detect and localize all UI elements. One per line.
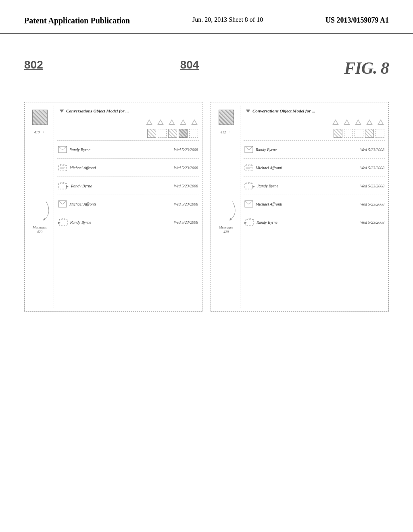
panel-804-messages-label: Messages429 [216,225,236,234]
figure-area: 802 804 FIG. 8 [24,58,389,78]
panel-804-right-col: Conversations Object Model for ... [244,106,385,308]
panel-802-divider-4 [57,213,199,213]
svg-rect-8 [59,220,67,225]
panel-804-mail-3 [244,182,255,189]
panel-804-date-5: Wed 5/23/2008 [360,220,384,224]
panel-804: 412 → Messages429 [211,102,389,312]
panel-804-triangle-icon [245,108,251,114]
panel-804-mail-5 [244,218,254,226]
panel-802-mail-1 [58,146,67,153]
svg-marker-10 [246,110,250,112]
header-publication-label: Patent Application Publication [24,16,130,25]
panel-802-row-4: Michael Affronti Wed 5/23/2008 [57,196,199,212]
ref-804: 804 [180,58,199,71]
panel-804-mail-1 [244,146,253,153]
panel-804-row-5: Randy Byrne Wed 5/23/2008 [244,214,385,230]
panel-802-row-1: Randy Byrne Wed 5/23/2008 [57,141,199,158]
panel-804-title: Conversations Object Model for ... [252,108,315,113]
panel-802-date-3: Wed 5/23/2008 [174,184,198,188]
panel-802-triangle-row [57,118,199,127]
panel-804-tri-4 [366,119,373,126]
panel-802-row-5: Randy Byrne Wed 5/23/2008 [57,214,199,230]
svg-marker-6 [66,185,69,188]
panel-802-date-5: Wed 5/23/2008 [174,220,198,224]
header-patent-number: US 2013/0159879 A1 [325,16,389,25]
panel-802-name-4: Michael Affronti [69,202,171,206]
panel-804-iconbox-3 [355,129,363,138]
svg-rect-2 [58,165,67,171]
panel-802-divider-1 [57,158,199,159]
svg-rect-5 [58,183,67,189]
panel-804-header: Conversations Object Model for ... [244,106,385,116]
panel-802-arrow-label: 410 [34,130,40,134]
panel-802-iconbox-2 [158,129,167,138]
header-date-sheet: Jun. 20, 2013 Sheet 8 of 10 [192,16,263,23]
panel-802-left-col: 410 → Messages420 [28,106,54,308]
panel-802-divider-3 [57,195,199,195]
panel-804-iconbox-4 [365,129,374,138]
panel-802-icon-boxes-row [57,127,199,139]
panel-804-name-2: Michael Affronti [256,166,358,170]
panel-804-curved-arrow-svg [216,200,236,224]
panel-804-tri-5 [377,119,384,126]
panel-802-mail-2 [58,164,67,171]
panel-802-folder-icon [32,110,48,125]
panel-804-iconbox-2 [344,129,353,138]
panel-802-name-2: Michael Affronti [69,166,171,170]
panel-802-arrow-area: 410 → [34,129,46,135]
panel-802-divider-2 [57,177,199,177]
panel-802-name-3: Randy Byrne [71,184,171,188]
panel-804-left-col: 412 → Messages429 [214,106,240,308]
panel-804-divider-0 [244,140,385,141]
panel-804-mail-2 [244,164,253,171]
panel-802-triangle-icon [59,108,65,114]
svg-rect-15 [245,183,253,189]
panel-802-row-2: Michael Affronti Wed 5/23/2008 [57,160,199,176]
panel-802-right-col: Conversations Object Model for ... [57,106,199,308]
panel-802-tri-3 [168,119,175,126]
panel-802-mail-5 [58,218,68,226]
panel-804-name-1: Randy Byrne [256,148,358,152]
panel-804-row-2: Michael Affronti Wed 5/23/2008 [244,160,385,176]
svg-rect-12 [245,165,253,171]
ref-802: 802 [24,58,43,71]
panel-804-arrow-area: 412 → [221,129,232,135]
panel-802: 410 → Messages420 [24,102,202,312]
panel-802-arrow-icon: → [40,129,45,135]
panel-804-divider-3 [244,195,385,195]
panel-804-folder-icon [219,110,234,125]
panel-802-header: Conversations Object Model for ... [57,106,199,116]
panel-804-date-3: Wed 5/23/2008 [360,184,384,188]
panel-804-name-3: Randy Byrne [257,184,358,188]
panel-804-row-4: Michael Affronti Wed 5/23/2008 [244,196,385,212]
panel-802-iconbox-3 [168,129,177,138]
panel-804-iconbox-5 [375,129,384,138]
panel-804-triangle-row [244,118,385,127]
panel-804-date-1: Wed 5/23/2008 [360,148,384,152]
panel-804-tri-2 [343,119,350,126]
panel-804-icon-boxes-row [244,127,385,139]
figure-label: FIG. 8 [344,58,389,78]
panel-802-mail-4 [58,200,67,208]
panel-804-date-4: Wed 5/23/2008 [360,202,384,206]
panel-802-mail-3 [58,182,69,189]
panel-802-title: Conversations Object Model for ... [66,108,129,113]
panel-802-iconbox-5 [189,129,198,138]
panel-804-row-1: Randy Byrne Wed 5/23/2008 [244,141,385,158]
panel-804-tri-3 [355,119,362,126]
panel-802-name-5: Randy Byrne [70,220,171,224]
panel-802-date-1: Wed 5/23/2008 [174,148,198,152]
panel-804-divider-1 [244,158,385,159]
panel-804-name-4: Michael Affronti [256,202,358,206]
panel-802-tri-1 [146,119,153,126]
panel-802-name-1: Randy Byrne [69,148,171,152]
panel-804-divider-4 [244,213,385,213]
page-header: Patent Application Publication Jun. 20, … [0,0,413,34]
panel-804-iconbox-1 [334,129,342,138]
panel-804-tri-1 [332,119,339,126]
panel-804-name-5: Randy Byrne [257,220,358,224]
panel-804-divider-2 [244,177,385,177]
panel-802-inner: 410 → Messages420 [28,106,199,308]
panel-802-row-3: Randy Byrne Wed 5/23/2008 [57,178,199,194]
panel-802-messages-label: Messages420 [30,225,50,234]
